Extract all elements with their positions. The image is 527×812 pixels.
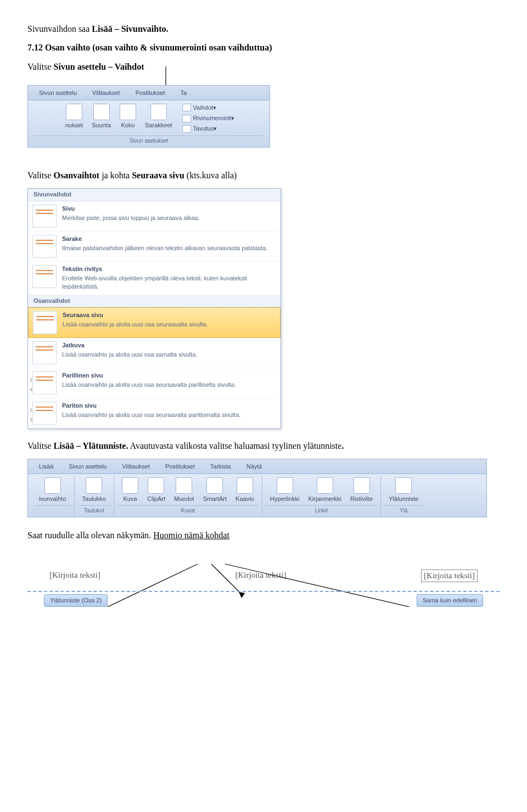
tab-tarkista[interactable]: Tarkista (203, 460, 239, 473)
intro1-bold: Lisää – Sivunvaihto. (92, 24, 168, 33)
intro-line-2: Valitse Sivun asettelu – Vaihdot (27, 61, 500, 73)
linenum-icon (182, 115, 191, 122)
dd-item-section-3[interactable]: 13Pariton sivuLisää osanvaihto ja aloita… (28, 398, 281, 428)
breaks-icon (182, 104, 191, 111)
btn-kaavio[interactable]: Kaavio (232, 476, 257, 504)
tab-viittaukset[interactable]: Viittaukset (85, 87, 128, 99)
dd-item-section-0[interactable]: Seuraava sivuLisää osanvaihto ja aloita … (28, 307, 281, 338)
dd-item-section-2[interactable]: 24Parillinen sivuLisää osanvaihto ja alo… (28, 368, 281, 398)
page-break-icon (32, 235, 57, 258)
btn-koko[interactable]: Koko (116, 103, 139, 131)
page-break-icon: 13 (32, 402, 57, 425)
intro-line-1: Sivunvaihdon saa Lisää – Sivunvaihto. (27, 23, 500, 35)
header-center[interactable]: [Kirjoita teksti] (236, 569, 287, 582)
page-break-icon: 24 (32, 371, 57, 394)
kirjanmerkki-icon (317, 477, 333, 494)
dd-item-page-2[interactable]: Tekstin rivitysErottele Web-sivuilla obj… (28, 262, 281, 295)
tab-ylatunniste-osa2[interactable]: Ylätunniste (Osa 2) (44, 594, 108, 607)
tab-postitukset[interactable]: Postitukset (128, 87, 173, 99)
page-break-icon (32, 265, 57, 288)
huomio-label: Huomio nämä kohdat (153, 531, 229, 540)
btn-ylätunniste[interactable]: Ylätunniste (385, 476, 422, 504)
intro1-text: Sivunvaihdon saa (27, 24, 92, 33)
ivunvaihto-icon (44, 477, 61, 494)
group-label-4: Ylä (384, 505, 423, 517)
btn-taulukko[interactable]: Taulukko (79, 476, 109, 504)
btn-clipart[interactable]: ClipArt (144, 476, 169, 504)
dd-item-page-0[interactable]: SivuMerkitse piste, jossa sivu loppuu ja… (28, 201, 281, 232)
page-break-icon (33, 311, 57, 334)
para-huomio: Saat ruudulle alla olevan näkymän. Huomi… (27, 529, 500, 542)
clipart-icon (148, 477, 164, 494)
btn-nukset[interactable]: nukset (62, 103, 86, 131)
btn-sarakkeet[interactable]: Sarakkeet (142, 103, 176, 131)
dd-header-sivunvaihdot: Sivunvaihdot (28, 189, 281, 201)
taulukko-icon (86, 477, 102, 494)
group-sivun-asetukset: Sivun asetukset (35, 136, 263, 147)
size-icon (120, 104, 136, 120)
btn-tavutus[interactable]: Tavutus ▾ (180, 123, 237, 134)
btn-hyperlinkki[interactable]: Hyperlinkki (267, 476, 303, 504)
kaavio-icon (237, 477, 253, 494)
columns-icon (150, 104, 167, 120)
group-label-3: Linkit (266, 505, 377, 517)
tab-partial[interactable]: Ta (172, 87, 194, 99)
tab-lisää[interactable]: Lisää (31, 460, 61, 473)
dd-header-osanvaihdot: Osanvaihdot (28, 295, 281, 307)
hyperlinkki-icon (277, 477, 293, 494)
header-placeholder-row: [Kirjoita teksti] [Kirjoita teksti] [Kir… (27, 564, 500, 588)
tab-näytä[interactable]: Näytä (239, 460, 270, 473)
page-break-icon (32, 205, 57, 228)
group-label-2: Kuvat (117, 505, 259, 517)
btn-muodot[interactable]: Muodot (171, 476, 198, 504)
ribbon-insert: LisääSivun asetteluViittauksetPostitukse… (27, 459, 487, 517)
btn-smartart[interactable]: SmartArt (200, 476, 230, 504)
orientation-icon (93, 104, 110, 120)
dd-item-section-1[interactable]: JatkuvaLisää osanvaihto ja aloita uusi o… (28, 338, 281, 368)
intro2-bold: Sivun asettelu – Vaihdot (54, 62, 144, 71)
page-break-icon (32, 341, 57, 364)
hyphen-icon (182, 125, 191, 133)
para-osanvaihtot: Valitse Osanvaihtot ja kohta Seuraava si… (27, 170, 500, 182)
ribbon-page-layout: Sivun asettelu Viittaukset Postitukset T… (27, 85, 270, 148)
btn-vaihdot[interactable]: Vaihdot ▾ (180, 103, 237, 113)
tab-sama-kuin-edellinen[interactable]: Sama kuin edellinen (417, 594, 483, 607)
btn-kirjanmerkki[interactable]: Kirjanmerkki (305, 476, 345, 504)
btn-rivinumerointi[interactable]: Rivinumerointi ▾ (180, 113, 237, 123)
group-label-1: Taulukot (78, 505, 110, 517)
btn-ristiviite[interactable]: Ristiviite (347, 476, 376, 504)
intro2-text: Valitse (27, 62, 54, 71)
ylätunniste-icon (395, 477, 412, 494)
btn-ivunvaihto[interactable]: ivunvaihto (36, 476, 70, 504)
dd-item-page-1[interactable]: SarakeIlmaise palstanvaihdon jälkeen ole… (28, 232, 281, 262)
para-ylatunniste: Valitse Lisää – Ylätunniste. Avautuvasta… (27, 440, 500, 452)
tab-sivun-asettelu[interactable]: Sivun asettelu (61, 460, 114, 473)
muodot-icon (176, 477, 192, 494)
kuva-icon (122, 477, 138, 494)
tab-postitukset[interactable]: Postitukset (158, 460, 203, 473)
header-left[interactable]: [Kirjoita teksti] (49, 569, 100, 582)
tab-sivun-asettelu[interactable]: Sivun asettelu (31, 87, 85, 99)
group-label-0 (35, 505, 71, 509)
smartart-icon (206, 477, 223, 494)
section-heading: 7.12 Osan vaihto (osan vaihto & sivunume… (27, 42, 500, 54)
header-right[interactable]: [Kirjoita teksti] (421, 569, 478, 582)
btn-suunta[interactable]: Suunta (88, 103, 114, 131)
breaks-dropdown: Sivunvaihdot SivuMerkitse piste, jossa s… (27, 188, 281, 429)
ristiviite-icon (354, 477, 370, 494)
tab-viittaukset[interactable]: Viittaukset (114, 460, 158, 473)
btn-kuva[interactable]: Kuva (119, 476, 142, 504)
page-icon (66, 104, 82, 120)
